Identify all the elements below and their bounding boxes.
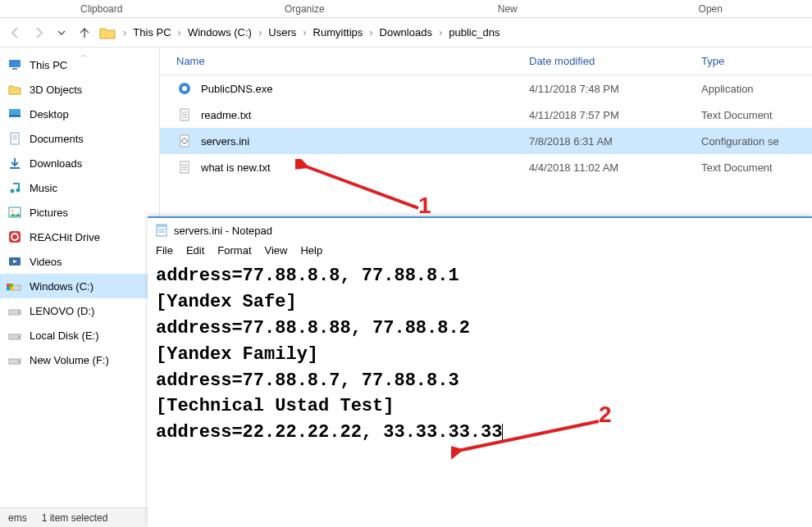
sidebar-item-downloads[interactable]: Downloads (0, 151, 159, 175)
svg-rect-17 (7, 284, 10, 287)
recent-dropdown[interactable] (52, 24, 71, 42)
sidebar-item-label: REACHit Drive (30, 231, 100, 243)
sidebar-item-local-disk-e-[interactable]: Local Disk (E:) (0, 323, 159, 348)
chevron-down-icon (57, 29, 66, 37)
notepad-title: servers.ini - Notepad (174, 225, 272, 237)
sidebar-item-documents[interactable]: Documents (0, 126, 159, 151)
crumb-public-dns[interactable]: public_dns (444, 26, 504, 39)
file-type: Text Document (701, 161, 812, 174)
column-type[interactable]: Type (701, 55, 812, 67)
folder-yellow-icon (7, 81, 23, 98)
svg-rect-3 (9, 115, 21, 117)
svg-point-28 (182, 86, 187, 91)
crumb-this-pc[interactable]: This PC (128, 26, 176, 39)
address-bar-row: › This PC › Windows (C:) › Users › Rumyi… (0, 18, 812, 48)
sidebar-item-label: New Volume (F:) (30, 354, 109, 366)
sidebar-item-reachit-drive[interactable]: REACHit Drive (0, 225, 159, 249)
file-type: Configuration se (701, 135, 812, 148)
file-date: 4/4/2018 11:02 AM (529, 161, 701, 174)
menu-help[interactable]: Help (300, 244, 322, 257)
sidebar-item-3d-objects[interactable]: 3D Objects (0, 77, 159, 102)
ini-icon (176, 133, 193, 149)
ribbon-group-new: New (406, 0, 609, 17)
sidebar-item-label: Music (30, 182, 57, 194)
sidebar-item-new-volume-f-[interactable]: New Volume (F:) (0, 348, 159, 372)
sidebar-item-videos[interactable]: Videos (0, 249, 159, 274)
back-button[interactable] (7, 24, 25, 42)
file-row[interactable]: readme.txt4/11/2018 7:57 PMText Document (160, 102, 812, 128)
sidebar-item-music[interactable]: Music (0, 175, 159, 200)
menu-file[interactable]: File (156, 244, 173, 257)
sidebar-item-windows-c-[interactable]: Windows (C:) (0, 274, 159, 298)
menu-edit[interactable]: Edit (186, 244, 204, 257)
file-row[interactable]: PublicDNS.exe4/11/2018 7:48 PMApplicatio… (160, 75, 812, 102)
ribbon-group-organize: Organize (203, 0, 407, 17)
status-items: ems (8, 512, 27, 524)
file-name: servers.ini (201, 135, 529, 148)
txt-icon (176, 159, 193, 175)
menu-view[interactable]: View (265, 244, 288, 257)
exe-icon (176, 80, 193, 97)
sidebar-item-label: Local Disk (E:) (30, 329, 99, 342)
file-name: what is new.txt (201, 161, 529, 174)
sidebar-item-desktop[interactable]: Desktop (0, 102, 159, 126)
crumb-users[interactable]: Users (263, 26, 301, 39)
sidebar-scroll-up-icon[interactable]: ︿ (80, 49, 88, 61)
svg-rect-18 (10, 284, 13, 287)
chevron-right-icon: › (367, 26, 374, 39)
annotation-1: 1 (418, 193, 431, 219)
file-name: PublicDNS.exe (201, 83, 529, 95)
file-row[interactable]: what is new.txt4/4/2018 11:02 AMText Doc… (160, 154, 812, 180)
notepad-icon (154, 223, 169, 238)
svg-point-26 (18, 361, 20, 362)
notepad-titlebar[interactable]: servers.ini - Notepad (148, 218, 812, 243)
chevron-right-icon: › (176, 26, 183, 39)
drive-win-icon (7, 278, 23, 294)
forward-button[interactable] (30, 24, 48, 42)
menu-format[interactable]: Format (217, 244, 251, 257)
ribbon: Clipboard Organize New Open (0, 0, 812, 18)
crumb-windows-c[interactable]: Windows (C:) (183, 26, 257, 39)
crumb-rumyittips[interactable]: Rumyittips (308, 26, 368, 39)
arrow-up-icon (78, 26, 91, 39)
notepad-body[interactable]: address=77.88.8.8, 77.88.8.1 [Yandex Saf… (148, 261, 812, 447)
breadcrumb[interactable]: › This PC › Windows (C:) › Users › Rumyi… (121, 22, 805, 43)
folder-root-icon[interactable] (98, 24, 116, 42)
folder-icon (99, 25, 116, 40)
sidebar-item-label: Pictures (30, 207, 68, 219)
svg-rect-19 (7, 287, 10, 290)
navigation-pane: ︿ This PC3D ObjectsDesktopDocumentsDownl… (0, 48, 160, 507)
sidebar-item-label: Desktop (30, 108, 69, 120)
music-icon (7, 179, 23, 196)
svg-rect-7 (10, 167, 20, 169)
up-button[interactable] (75, 24, 94, 42)
status-bar: ems 1 item selected (0, 507, 148, 527)
annotation-2: 2 (599, 402, 612, 428)
sidebar-item-label: Downloads (30, 157, 82, 170)
file-type: Application (701, 83, 812, 95)
file-name: readme.txt (201, 109, 529, 121)
chevron-right-icon: › (301, 26, 308, 39)
reachit-icon (7, 229, 23, 245)
svg-rect-1 (12, 68, 17, 70)
crumb-downloads[interactable]: Downloads (375, 26, 437, 39)
status-selected: 1 item selected (42, 512, 108, 524)
drive-icon (7, 327, 23, 343)
sidebar-item-label: 3D Objects (30, 84, 82, 96)
file-row[interactable]: servers.ini7/8/2018 6:31 AMConfiguration… (160, 128, 812, 154)
svg-point-22 (18, 311, 20, 313)
column-date[interactable]: Date modified (529, 55, 701, 67)
ribbon-group-clipboard: Clipboard (0, 0, 203, 17)
monitor-icon (7, 57, 23, 73)
drive-icon (7, 352, 23, 368)
sidebar-item-pictures[interactable]: Pictures (0, 200, 159, 225)
sidebar-item-lenovo-d-[interactable]: LENOVO (D:) (0, 298, 159, 323)
arrow-left-icon (9, 26, 22, 39)
file-date: 4/11/2018 7:48 PM (529, 83, 701, 95)
svg-point-9 (16, 189, 21, 193)
column-name[interactable]: Name (176, 55, 529, 67)
desktop-icon (7, 106, 23, 122)
chevron-right-icon: › (257, 26, 263, 39)
svg-point-24 (18, 336, 20, 338)
chevron-right-icon: › (121, 26, 128, 39)
